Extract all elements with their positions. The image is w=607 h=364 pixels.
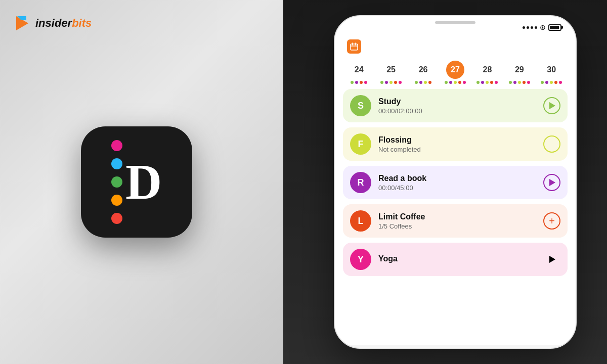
dots-column: [111, 140, 122, 224]
date-num-30: 30: [542, 61, 560, 79]
date-dots-29: [509, 81, 530, 84]
day-thu: [471, 57, 503, 61]
battery-icon: [548, 24, 561, 31]
date-num-28: 28: [478, 61, 496, 79]
habit-avatar-4: Y: [350, 249, 371, 270]
day-headers: [335, 57, 576, 61]
habit-action-2[interactable]: [543, 174, 560, 191]
date-num-24: 24: [350, 61, 368, 79]
plus-icon-3: +: [549, 216, 555, 226]
phone-content: 24252627282930 SStudy00:00/02:00:00FFlos…: [335, 35, 576, 345]
habit-action-3[interactable]: +: [543, 212, 560, 230]
habit-action-1[interactable]: [543, 135, 560, 153]
date-dots-27: [445, 81, 466, 84]
wifi-icon: ⊛: [540, 23, 546, 31]
habit-action-0[interactable]: [543, 97, 560, 114]
habit-action-4[interactable]: [543, 251, 560, 268]
date-cell-27[interactable]: 27: [439, 61, 471, 84]
habit-item-flossing[interactable]: FFlossingNot completed: [343, 127, 568, 161]
dot-red: [111, 213, 122, 224]
habit-sub-0: 00:00/02:00:00: [378, 107, 536, 115]
habit-avatar-2: R: [350, 172, 371, 193]
phone-container: ⊛: [334, 15, 577, 349]
date-cell-29[interactable]: 29: [503, 61, 535, 84]
date-num-25: 25: [382, 61, 400, 79]
habit-info-4: Yoga: [378, 254, 536, 264]
date-dots-30: [541, 81, 562, 84]
habit-sub-2: 00:00/45:00: [378, 184, 536, 192]
logo-area: insiderbits: [14, 14, 92, 32]
habit-info-1: FlossingNot completed: [378, 135, 536, 153]
play-icon-2: [549, 179, 555, 186]
date-cell-26[interactable]: 26: [407, 61, 439, 84]
date-dots-28: [476, 81, 498, 84]
day-sun: [343, 57, 375, 61]
dot-pink: [111, 140, 122, 151]
habit-info-2: Read a book00:00/45:00: [378, 174, 536, 192]
date-cell-24[interactable]: 24: [343, 61, 375, 84]
calendar-icon: [347, 39, 361, 54]
calendar-header: [335, 35, 576, 57]
date-row: 24252627282930: [335, 61, 576, 84]
app-icon: D: [81, 126, 192, 238]
play-icon-4: [549, 256, 555, 263]
dot-blue: [111, 158, 122, 169]
day-tue: [407, 57, 439, 61]
habit-name-4: Yoga: [378, 254, 536, 263]
d-letter: D: [125, 157, 162, 207]
date-num-29: 29: [510, 61, 529, 79]
habit-name-0: Study: [378, 97, 536, 106]
habit-info-0: Study00:00/02:00:00: [378, 97, 536, 115]
day-sat: [536, 57, 568, 61]
day-wed: [439, 57, 471, 61]
logo-icon: [14, 14, 32, 32]
app-icon-container: D: [81, 126, 192, 238]
date-dots-25: [380, 81, 402, 84]
habit-avatar-1: F: [350, 133, 371, 155]
date-num-26: 26: [414, 61, 432, 79]
status-bar: ⊛: [335, 16, 576, 35]
phone-notch: [435, 21, 475, 24]
status-icons: ⊛: [523, 23, 561, 31]
habit-item-read-a-book[interactable]: RRead a book00:00/45:00: [343, 166, 568, 199]
habit-avatar-0: S: [350, 95, 371, 116]
play-icon-0: [549, 102, 555, 109]
date-cell-25[interactable]: 25: [375, 61, 407, 84]
day-mon: [375, 57, 407, 61]
habit-sub-3: 1/5 Coffees: [378, 222, 536, 230]
habit-name-3: Limit Coffee: [378, 212, 536, 221]
phone: ⊛: [334, 15, 577, 349]
habit-info-3: Limit Coffee1/5 Coffees: [378, 212, 536, 230]
svg-rect-2: [351, 44, 358, 50]
logo-text: insiderbits: [35, 17, 92, 30]
habit-item-limit-coffee[interactable]: LLimit Coffee1/5 Coffees+: [343, 204, 568, 238]
habit-name-1: Flossing: [378, 135, 536, 145]
habit-avatar-3: L: [350, 210, 371, 232]
habit-list: SStudy00:00/02:00:00FFlossingNot complet…: [335, 84, 576, 281]
date-dots-26: [415, 81, 431, 84]
signal-dots: [523, 26, 537, 29]
date-num-27: 27: [446, 61, 464, 79]
date-dots-24: [351, 81, 367, 84]
dot-green: [111, 176, 122, 188]
habit-item-yoga[interactable]: YYoga: [343, 243, 568, 276]
habit-name-2: Read a book: [378, 174, 536, 183]
dot-orange: [111, 195, 122, 206]
habit-sub-1: Not completed: [378, 146, 536, 153]
date-cell-28[interactable]: 28: [471, 61, 503, 84]
habit-item-study[interactable]: SStudy00:00/02:00:00: [343, 89, 568, 122]
date-cell-30[interactable]: 30: [536, 61, 568, 84]
day-fri: [503, 57, 535, 61]
